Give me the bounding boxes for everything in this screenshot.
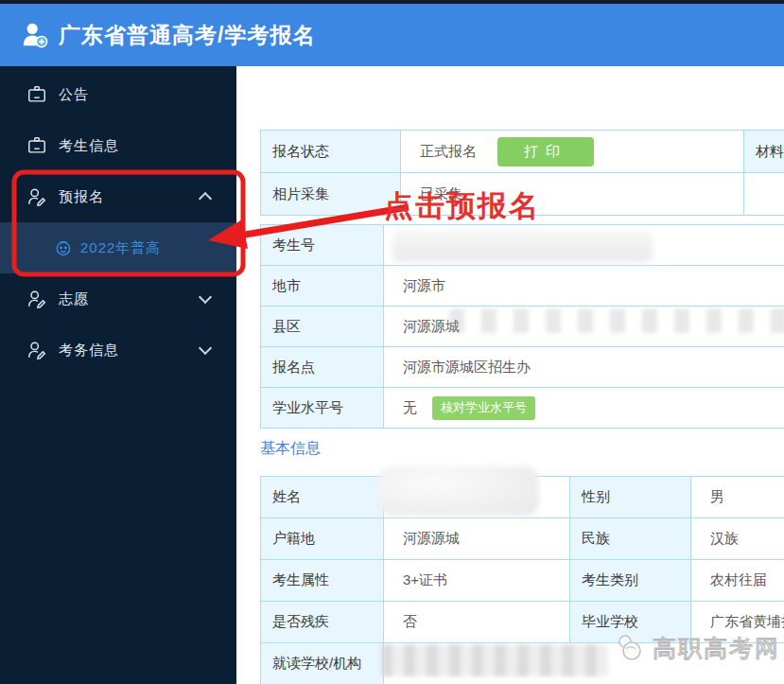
exam-number-value [383, 225, 784, 265]
row-label: 学业水平号 [261, 388, 383, 428]
notice-board-icon [26, 135, 47, 156]
row-label: 县区 [261, 307, 383, 346]
smiley-face-icon [54, 238, 73, 257]
ethnicity-value: 汉族 [690, 518, 784, 559]
sidebar: 公告 考生信息 预报名 [0, 66, 236, 684]
row-value-cell: 无 核对学业水平号 [383, 388, 784, 428]
city-value: 河源市 [383, 266, 784, 306]
sidebar-item-pre-registration[interactable]: 预报名 [0, 171, 236, 222]
table-row: 户籍地 河源源城 民族 汉族 [261, 517, 784, 559]
academic-level-value: 无 [403, 399, 417, 417]
table-row: 相片采集 已采集 [261, 172, 784, 215]
hand-logo-icon [615, 632, 647, 664]
row-label: 就读学校/机构 [261, 643, 383, 684]
sidebar-item-announcements[interactable]: 公告 [0, 69, 236, 120]
candidate-category-value: 农村往届 [690, 560, 784, 601]
row-label: 民族 [569, 518, 690, 559]
row-label: 报名点 [261, 347, 383, 387]
user-edit-icon [26, 289, 47, 309]
photo-collection-value: 已采集 [400, 173, 743, 215]
row-value-cell: 正式报名 打印 [400, 131, 743, 172]
app-window: 广东省普通高考/学考报名 公告 考生信息 [0, 0, 784, 684]
page-title: 广东省普通高考/学考报名 [59, 21, 315, 50]
chevron-down-icon [199, 342, 212, 355]
row-label: 考生属性 [261, 560, 383, 601]
sidebar-item-label: 志愿 [59, 290, 89, 308]
row-label: 是否残疾 [261, 602, 383, 642]
table-row: 报名点 河源市源城区招生办 [261, 346, 784, 387]
row-label: 姓名 [261, 477, 383, 517]
add-user-icon [21, 21, 49, 49]
table-row: 考生号 [261, 225, 784, 265]
gender-value: 男 [690, 477, 784, 517]
main-content: 报名状态 正式报名 打印 材料 相片采集 已采集 考生号 地市 河源市 [236, 66, 784, 684]
app-header: 广东省普通高考/学考报名 [0, 4, 784, 66]
chevron-down-icon [199, 290, 212, 304]
table-row: 考生属性 3+证书 考生类别 农村往届 [261, 559, 784, 601]
registration-status-value: 正式报名 [420, 143, 477, 161]
disability-value: 否 [383, 602, 569, 642]
sidebar-item-label: 预报名 [59, 188, 104, 206]
registration-point-value: 河源市源城区招生办 [383, 347, 784, 387]
table-row: 姓名 性别 男 [261, 477, 784, 517]
row-label: 考生号 [261, 225, 383, 265]
sidebar-item-label: 考务信息 [59, 342, 119, 360]
chevron-up-icon [199, 192, 212, 205]
print-button[interactable]: 打印 [497, 137, 594, 167]
sidebar-item-exam-affairs[interactable]: 考务信息 [0, 324, 236, 376]
row-label: 报名状态 [261, 131, 400, 172]
table-row: 学业水平号 无 核对学业水平号 [261, 387, 784, 428]
basic-info-section-title: 基本信息 [260, 439, 321, 459]
registration-status-table: 报名状态 正式报名 打印 材料 相片采集 已采集 [260, 130, 784, 216]
table-row: 地市 河源市 [261, 265, 784, 306]
row-label: 户籍地 [261, 518, 383, 559]
user-edit-icon [26, 340, 47, 360]
table-row: 县区 河源源城 [261, 306, 784, 346]
row-label: 考生类别 [569, 560, 690, 601]
sidebar-item-label: 2022年普高 [80, 239, 161, 257]
watermark-text: 高职高考网 [653, 633, 780, 664]
sidebar-item-label: 公告 [59, 86, 89, 104]
sidebar-item-label: 考生信息 [59, 137, 119, 155]
sidebar-item-preferences[interactable]: 志愿 [0, 273, 236, 324]
sidebar-item-candidate-info[interactable]: 考生信息 [0, 120, 236, 171]
row-label: 相片采集 [261, 173, 400, 215]
check-academic-level-button[interactable]: 核对学业水平号 [432, 396, 535, 420]
candidate-info-table: 考生号 地市 河源市 县区 河源源城 报名点 河源市源城区招生办 学业水平号 无… [260, 224, 784, 429]
candidate-attribute-value: 3+证书 [383, 560, 569, 601]
site-watermark: 高职高考网 [615, 632, 780, 664]
household-value: 河源源城 [383, 518, 569, 559]
row-value-cell [743, 173, 784, 215]
user-edit-icon [26, 186, 47, 207]
county-value: 河源源城 [383, 307, 784, 346]
sidebar-item-2022-putong[interactable]: 2022年普高 [0, 222, 236, 273]
row-label: 地市 [261, 266, 383, 306]
notice-board-icon [26, 84, 47, 105]
table-row: 报名状态 正式报名 打印 材料 [261, 131, 784, 172]
name-value [383, 477, 569, 517]
row-label: 性别 [569, 477, 690, 517]
row-label: 材料 [743, 131, 784, 172]
